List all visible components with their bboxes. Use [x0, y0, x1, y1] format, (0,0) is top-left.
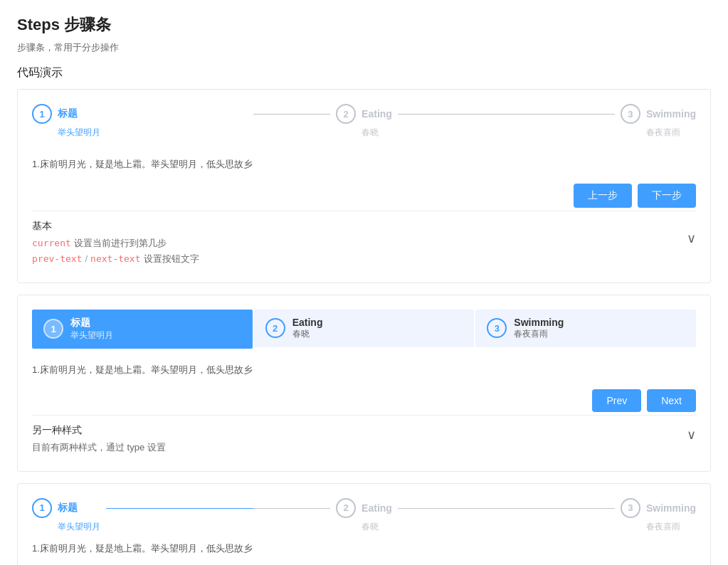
step-icon-3-2: 2 [336, 498, 356, 518]
step-line-pre-2 [253, 114, 330, 115]
steps-bar-3: 1 标题 举头望明月 2 Eating 春晓 [32, 498, 696, 533]
prev-button-2[interactable]: Prev [592, 389, 641, 412]
step-title-2: Eating [362, 108, 392, 120]
info-section-2: 另一种样式 目前有两种样式，通过 type 设置 ∨ [32, 415, 696, 454]
info-text-2: 设置按钮文字 [144, 253, 199, 265]
info-text-3: 目前有两种样式，通过 type 设置 [32, 441, 166, 454]
step-text-2: Eating 春晓 [292, 317, 323, 340]
step-desc-filled-3: 春夜喜雨 [514, 328, 564, 340]
prev-button-1[interactable]: 上一步 [574, 184, 632, 208]
btn-group-1: 上一步 下一步 [32, 184, 696, 208]
step-icon-3: 3 [621, 104, 640, 124]
step-head-active: 1 标题 举头望明月 [32, 310, 253, 349]
section-title: 代码演示 [17, 65, 711, 80]
step-icon-filled-3: 3 [487, 318, 507, 338]
step-3: 3 Swimming 春夜喜雨 [475, 104, 696, 149]
demo-card-3: 1 标题 举头望明月 2 Eating 春晓 [17, 483, 711, 565]
step-desc-2: 春晓 [362, 127, 379, 139]
step-2: 2 Eating 春晓 [253, 104, 475, 149]
info-item-1: current 设置当前进行到第几步 [32, 237, 675, 250]
step-content-1: 1.床前明月光，疑是地上霜。举头望明月，低头思故乡 [32, 157, 696, 172]
btn-group-2: Prev Next [32, 389, 696, 412]
step-desc-3-2: 春晓 [362, 521, 379, 533]
step-desc-3: 春夜喜雨 [646, 127, 680, 139]
info-item-2: prev-text / next-text 设置按钮文字 [32, 253, 675, 265]
info-item-3: 目前有两种样式，通过 type 设置 [32, 441, 675, 454]
step-text-1: 标题 举头望明月 [70, 317, 113, 342]
info-title-1: 基本 [32, 220, 675, 233]
step-title-3: Swimming [646, 108, 696, 120]
step-title-3-1: 标题 [58, 502, 78, 514]
step-1: 1 标题 举头望明月 [32, 104, 253, 149]
step-line-pre-3 [475, 114, 615, 115]
step-3-3: 3 Swimming 春夜喜雨 [475, 498, 696, 533]
chevron-down-icon-1[interactable]: ∨ [687, 231, 696, 246]
step-filled-2: 2 Eating 春晓 [254, 310, 475, 349]
step-desc-3-1: 举头望明月 [58, 521, 100, 533]
step-desc-1: 举头望明月 [58, 127, 100, 139]
step-filled-1: 1 标题 举头望明月 [32, 310, 253, 349]
next-button-1[interactable]: 下一步 [638, 184, 696, 208]
step-icon-filled-1: 1 [43, 319, 63, 339]
step-desc-filled-1: 举头望明月 [70, 329, 113, 342]
step-title-1: 标题 [58, 107, 78, 120]
step-icon-3-3: 3 [621, 498, 640, 518]
demo-card-1: 1 标题 举头望明月 2 Eating 春晓 [17, 89, 711, 283]
chevron-down-icon-2[interactable]: ∨ [687, 427, 696, 443]
step-desc-3-3: 春夜喜雨 [646, 521, 680, 533]
steps-bar-1: 1 标题 举头望明月 2 Eating 春晓 [32, 104, 696, 149]
step-text-3: Swimming 春夜喜雨 [514, 317, 564, 340]
step-icon-1: 1 [32, 104, 52, 124]
step-title-3-2: Eating [362, 502, 392, 514]
step-icon-3-1: 1 [32, 498, 52, 518]
step-3-2: 2 Eating 春晓 [253, 498, 475, 533]
step-title-filled-1: 标题 [70, 317, 113, 329]
info-code-2: prev-text [32, 253, 82, 264]
step-content-2: 1.床前明月光，疑是地上霜。举头望明月，低头思故乡 [32, 363, 696, 378]
info-divider: / [85, 253, 88, 264]
step-desc-filled-2: 春晓 [292, 328, 323, 340]
step-content-3: 1.床前明月光，疑是地上霜。举头望明月，低头思故乡 [32, 542, 696, 556]
step-filled-3: 3 Swimming 春夜喜雨 [475, 310, 696, 349]
step-title-filled-3: Swimming [514, 317, 564, 328]
page-title: Steps 步骤条 [17, 14, 711, 36]
next-button-2[interactable]: Next [647, 389, 696, 412]
step-title-3-3: Swimming [646, 502, 696, 514]
info-code-1: current [32, 238, 71, 248]
step-line-post-2 [398, 114, 475, 115]
info-title-2: 另一种样式 [32, 424, 675, 437]
step-title-filled-2: Eating [292, 317, 323, 328]
step-line-3-1 [106, 508, 253, 509]
info-section-1: 基本 current 设置当前进行到第几步 prev-text / next-t… [32, 211, 696, 265]
step-head-inactive-2: 2 Eating 春晓 [254, 310, 475, 347]
step-icon-2: 2 [336, 104, 356, 124]
info-code-3: next-text [90, 253, 140, 264]
info-text-1: 设置当前进行到第几步 [74, 237, 167, 250]
page-subtitle: 步骤条，常用于分步操作 [17, 41, 711, 54]
steps-bar-2: 1 标题 举头望明月 2 Eating 春晓 3 Swimmi [32, 310, 696, 349]
step-head-inactive-3: 3 Swimming 春夜喜雨 [475, 310, 696, 347]
step-icon-filled-2: 2 [265, 318, 285, 338]
step-3-1: 1 标题 举头望明月 [32, 498, 253, 533]
demo-card-2: 1 标题 举头望明月 2 Eating 春晓 3 Swimmi [17, 295, 711, 472]
